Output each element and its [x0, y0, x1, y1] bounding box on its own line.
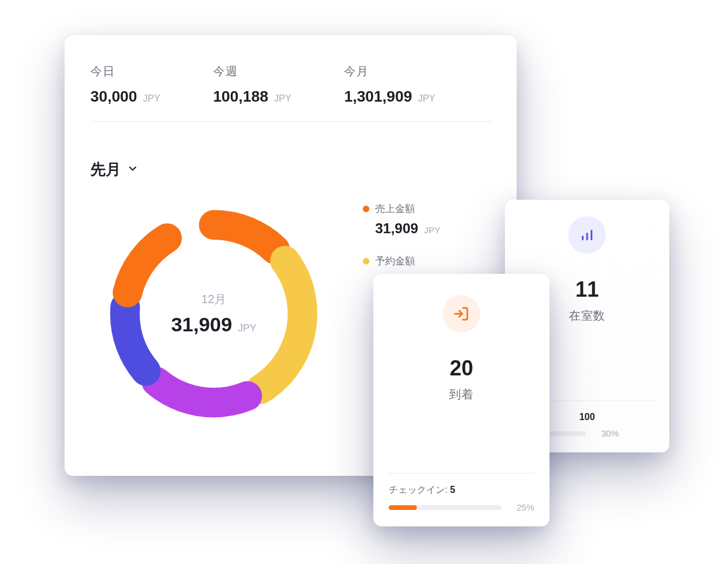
summary-label: 今月 [344, 63, 435, 79]
legend-currency: JPY [424, 225, 440, 235]
summary-amount: 1,301,909 [344, 88, 412, 106]
occupancy-number: 11 [575, 277, 599, 302]
summary-amount: 30,000 [90, 88, 137, 106]
summary-label: 今週 [213, 63, 291, 79]
summary-value: 100,188 JPY [213, 88, 291, 106]
summary-label: 今日 [90, 63, 160, 79]
legend-dot-icon [363, 258, 369, 264]
summary-today: 今日 30,000 JPY [90, 63, 160, 106]
arrival-number: 20 [450, 356, 473, 381]
period-dropdown-label: 先月 [90, 159, 121, 180]
summary-currency: JPY [143, 93, 160, 104]
donut-month-label: 12月 [201, 291, 226, 307]
legend-value: 31,909 JPY [363, 220, 460, 237]
occupancy-pct: 30% [593, 428, 619, 438]
arrival-sub-label: チェックイン: [389, 484, 447, 496]
legend-name: 予約金額 [375, 254, 415, 268]
legend-amount: 31,909 [375, 220, 418, 237]
summary-row: 今日 30,000 JPY 今週 100,188 JPY 今月 1,301,90… [90, 63, 491, 122]
arrival-pct: 25% [508, 502, 534, 512]
donut-amount: 31,909 [171, 313, 232, 336]
arrival-label: 到着 [449, 387, 474, 402]
legend-item-sales: 売上金額 31,909 JPY [363, 202, 460, 237]
occupancy-sub-value: 100 [579, 412, 595, 422]
summary-month: 今月 1,301,909 JPY [344, 63, 435, 106]
legend-dot-icon [363, 206, 369, 212]
summary-week: 今週 100,188 JPY [213, 63, 291, 106]
legend-name: 売上金額 [375, 202, 415, 216]
summary-value: 30,000 JPY [90, 88, 160, 106]
summary-value: 1,301,909 JPY [344, 88, 435, 106]
arrival-sub-row: チェックイン: 5 [389, 484, 534, 496]
arrival-sub-value: 5 [450, 485, 455, 495]
chevron-down-icon [127, 160, 139, 179]
occupancy-label: 在室数 [569, 308, 605, 324]
donut-currency: JPY [238, 323, 256, 334]
summary-currency: JPY [418, 93, 435, 104]
arrival-card: 20 到着 チェックイン: 5 25% [373, 274, 550, 526]
donut-center-value: 31,909 JPY [171, 313, 256, 336]
bars-icon [568, 216, 606, 254]
summary-amount: 100,188 [213, 88, 268, 106]
period-dropdown[interactable]: 先月 [90, 159, 139, 180]
summary-currency: JPY [274, 93, 291, 104]
revenue-donut-chart: 12月 31,909 JPY [90, 190, 337, 437]
checkin-icon [443, 295, 480, 333]
arrival-progress: 25% [389, 502, 534, 512]
